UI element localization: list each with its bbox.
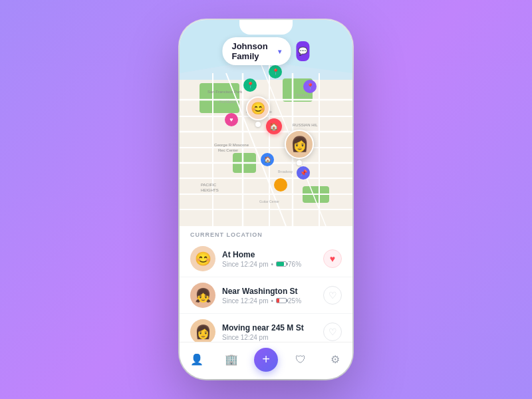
svg-text:Broadway: Broadway [278,170,293,174]
phone-notch [239,20,293,35]
heart-button-3[interactable]: ♡ [323,323,342,341]
orange-dot-marker [274,178,287,192]
svg-text:PACIFIC: PACIFIC [201,183,217,187]
avatar-member2: 👩 [285,130,314,159]
family-dropdown[interactable]: Johnson Family ▾ [222,37,291,65]
svg-text:Rec Center: Rec Center [218,148,238,152]
member-item-2: 👧 Near Washington St Since 12:24 pm • 25… [180,277,352,314]
svg-text:RUSSIAN HIL: RUSSIAN HIL [293,123,318,127]
member-status-1: Since 12:24 pm • 76% [222,261,317,268]
nav-people[interactable]: 👤 [180,342,214,376]
nav-settings[interactable]: ⚙ [318,342,352,376]
svg-rect-3 [200,83,239,113]
nav-places[interactable]: 🏢 [214,342,249,376]
nav-shield[interactable]: 🛡 [283,342,318,376]
battery-pct-2: 25% [288,297,301,305]
map-area: San Francisco Park George R Moscone Rec … [180,20,352,226]
battery-icon-2: 25% [276,297,301,305]
member-info-3: Moving near 245 M St Since 12:24 pm [222,323,317,341]
location-section: CURRENT LOCATION 😊 At Home Since 12:24 p… [180,226,352,342]
member-avatar-2: 👧 [190,283,215,308]
purple-dot-marker: 📍 [303,80,317,93]
green-dot-marker2: 📍 [243,78,257,92]
member-avatar-1: 😊 [190,246,215,271]
people-icon: 👤 [190,353,203,366]
marker-pin-2 [297,160,302,166]
svg-text:Guitar Center: Guitar Center [259,200,279,203]
indigo-dot-marker: 📌 [297,166,310,180]
family-selector: Johnson Family ▾ 💬 [222,37,309,65]
member-since-2: Since 12:24 pm [222,297,269,305]
phone-shell: San Francisco Park George R Moscone Rec … [180,20,352,379]
svg-text:HEIGHTS: HEIGHTS [201,188,219,192]
member-since-3: Since 12:24 pm [222,334,269,341]
member-avatar-3: 👩 [190,319,215,342]
svg-text:San Francisco Park: San Francisco Park [207,90,243,94]
chevron-down-icon: ▾ [278,48,281,55]
places-icon: 🏢 [225,353,238,366]
nav-add[interactable]: + [249,342,283,376]
avatar-member1: 😊 [246,96,270,120]
green-dot-marker1: 📍 [269,65,282,78]
map-marker-member2[interactable]: 👩 [285,130,314,166]
family-name-label: Johnson Family [231,41,274,61]
member-info-1: At Home Since 12:24 pm • 76% [222,250,317,268]
pink-dot-marker: ♥ [225,113,238,126]
shield-icon: 🛡 [295,354,306,366]
svg-text:George R Moscone: George R Moscone [214,143,249,147]
battery-pct-1: 76% [288,261,301,268]
member-name-2: Near Washington St [222,287,317,296]
battery-icon-1: 76% [276,261,301,268]
blue-dot-marker: 🏠 [261,153,274,166]
marker-pin-1 [255,122,261,127]
member-info-2: Near Washington St Since 12:24 pm • 25% [222,287,317,305]
member-name-3: Moving near 245 M St [222,323,317,332]
heart-button-1[interactable]: ♥ [323,249,342,268]
settings-icon: ⚙ [331,353,340,366]
add-button[interactable]: + [254,348,278,372]
home-marker[interactable]: 🏠 [266,118,282,134]
chat-button[interactable]: 💬 [296,41,309,61]
member-item-3: 👩 Moving near 245 M St Since 12:24 pm ♡ [180,314,352,342]
battery-separator-2: • [271,297,274,305]
member-item-1: 😊 At Home Since 12:24 pm • 76% [180,241,352,277]
member-status-2: Since 12:24 pm • 25% [222,297,317,305]
member-since-1: Since 12:24 pm [222,261,269,268]
svg-text:Fort Mason: Fort Mason [219,100,237,104]
section-label: CURRENT LOCATION [180,226,352,241]
bottom-nav: 👤 🏢 + 🛡 ⚙ [180,342,352,379]
heart-button-2[interactable]: ♡ [323,286,342,305]
battery-separator-1: • [271,261,274,268]
svg-text:Fisherm...: Fisherm... [296,93,311,97]
member-status-3: Since 12:24 pm [222,334,317,341]
member-list: 😊 At Home Since 12:24 pm • 76% [180,241,352,342]
member-name-1: At Home [222,250,317,259]
